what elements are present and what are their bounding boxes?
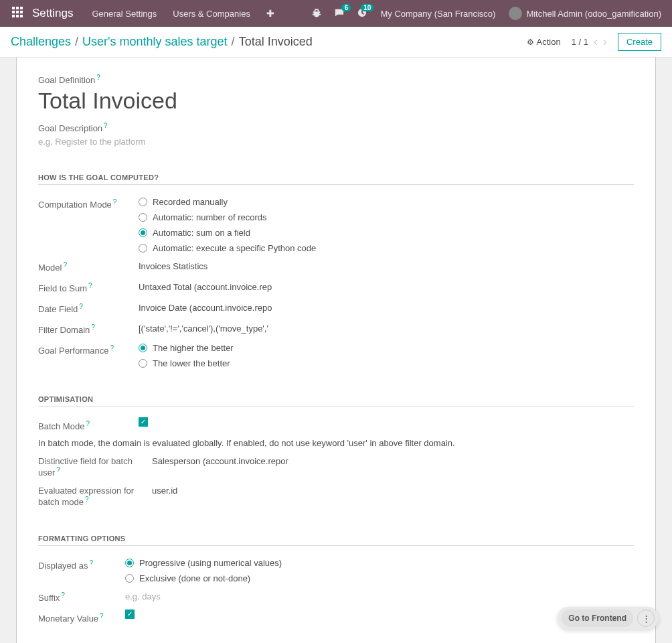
help-icon[interactable]: ? xyxy=(79,303,83,310)
avatar xyxy=(509,7,522,20)
breadcrumb-sales-target[interactable]: User's monthly sales target xyxy=(82,35,228,49)
breadcrumb-sep: / xyxy=(75,35,78,49)
radio-auto-python[interactable]: Automatic: execute a specific Python cod… xyxy=(139,243,634,253)
nav-general-settings[interactable]: General Settings xyxy=(84,9,165,19)
radio-exclusive[interactable]: Exclusive (done or not-done) xyxy=(125,573,634,583)
action-dropdown[interactable]: Action xyxy=(527,37,561,47)
goal-performance-label: Goal Performance xyxy=(38,346,109,356)
form-sheet: Goal Definition? Total Invoiced Goal Des… xyxy=(16,58,656,643)
help-icon[interactable]: ? xyxy=(100,612,104,620)
messages-badge: 6 xyxy=(341,4,351,11)
user-menu[interactable]: Mitchell Admin (odoo_gamification) xyxy=(503,7,667,20)
pager-next-icon[interactable]: › xyxy=(603,35,607,49)
navbar-brand[interactable]: Settings xyxy=(32,7,73,20)
action-label: Action xyxy=(537,37,561,47)
navbar: Settings General Settings Users & Compan… xyxy=(0,0,672,27)
company-switcher[interactable]: My Company (San Francisco) xyxy=(372,9,503,19)
goal-definition-label: Goal Definition xyxy=(38,75,95,85)
computation-mode-label: Computation Mode xyxy=(38,200,112,210)
radio-higher-better[interactable]: The higher the better xyxy=(139,343,634,353)
section-optimisation: OPTIMISATION xyxy=(38,395,634,403)
distinctive-field-label: Distinctive field for batch user xyxy=(38,456,133,478)
radio-auto-sum[interactable]: Automatic: sum on a field xyxy=(139,228,634,238)
control-panel: Challenges / User's monthly sales target… xyxy=(0,27,672,58)
pager-prev-icon[interactable]: ‹ xyxy=(594,35,598,49)
divider xyxy=(38,406,634,407)
filter-domain-label: Filter Domain xyxy=(38,325,90,335)
title-input[interactable]: Total Invoiced xyxy=(38,88,634,114)
help-icon[interactable]: ? xyxy=(63,261,67,269)
help-icon[interactable]: ? xyxy=(56,466,60,474)
nav-systray: 6 10 xyxy=(307,8,372,19)
activities-icon[interactable]: 10 xyxy=(352,8,372,19)
goal-performance-group: The higher the better The lower the bett… xyxy=(139,342,634,368)
divider xyxy=(38,184,634,185)
floating-frontend: Go to Frontend ⋮ xyxy=(558,607,659,630)
gear-icon xyxy=(527,37,534,47)
go-to-frontend-button[interactable]: Go to Frontend xyxy=(562,610,633,627)
model-label: Model xyxy=(38,263,62,273)
breadcrumb-current: Total Invoiced xyxy=(239,35,313,49)
date-field-field[interactable]: Invoice Date (account.invoice.repo xyxy=(139,300,272,315)
apps-icon[interactable] xyxy=(12,7,25,20)
monetary-checkbox[interactable]: ✓ xyxy=(125,610,135,619)
displayed-as-label: Displayed as xyxy=(38,561,88,571)
divider xyxy=(38,545,634,546)
help-icon[interactable]: ? xyxy=(91,324,95,331)
evaluated-expr-field[interactable]: user.id xyxy=(152,483,286,498)
section-compute: HOW IS THE GOAL COMPUTED? xyxy=(38,173,634,182)
radio-lower-better[interactable]: The lower the better xyxy=(139,358,634,368)
displayed-as-group: Progressive (using numerical values) Exc… xyxy=(125,557,634,583)
filter-domain-field[interactable]: [('state','!=','cancel'),('move_type',' xyxy=(139,321,272,336)
help-icon[interactable]: ? xyxy=(104,122,108,129)
date-field-label: Date Field xyxy=(38,304,78,314)
help-icon[interactable]: ? xyxy=(61,591,65,599)
more-icon[interactable]: ⋮ xyxy=(637,610,655,627)
batch-mode-checkbox[interactable]: ✓ xyxy=(139,417,148,427)
help-icon[interactable]: ? xyxy=(85,496,89,503)
distinctive-field[interactable]: Salesperson (account.invoice.repor xyxy=(152,453,299,469)
nav-users-companies[interactable]: Users & Companies xyxy=(165,9,258,19)
radio-manual[interactable]: Recorded manually xyxy=(139,197,634,207)
goal-description-label: Goal Description xyxy=(38,124,102,134)
field-to-sum-field[interactable]: Untaxed Total (account.invoice.rep xyxy=(139,279,272,295)
field-to-sum-label: Field to Sum xyxy=(38,283,87,293)
breadcrumb-challenges[interactable]: Challenges xyxy=(11,35,71,49)
help-icon[interactable]: ? xyxy=(89,559,93,567)
monetary-label: Monetary Value xyxy=(38,614,98,624)
section-formatting: FORMATTING OPTIONS xyxy=(38,534,634,543)
create-button[interactable]: Create xyxy=(618,33,661,51)
computation-mode-group: Recorded manually Automatic: number of r… xyxy=(139,196,634,253)
user-label: Mitchell Admin (odoo_gamification) xyxy=(526,9,661,19)
breadcrumb: Challenges / User's monthly sales target… xyxy=(11,35,313,49)
batch-mode-label: Batch Mode xyxy=(38,421,84,431)
help-icon[interactable]: ? xyxy=(88,282,92,289)
help-icon[interactable]: ? xyxy=(96,74,100,81)
suffix-field[interactable]: e.g. days xyxy=(125,589,259,604)
help-icon[interactable]: ? xyxy=(110,344,114,352)
goal-description-input[interactable]: e.g. Register to the platform xyxy=(38,137,634,147)
pager-value[interactable]: 1 / 1 xyxy=(572,37,588,47)
suffix-label: Suffix xyxy=(38,593,60,603)
help-icon[interactable]: ? xyxy=(86,420,90,427)
activities-badge: 10 xyxy=(361,4,373,11)
model-field[interactable]: Invoices Statistics xyxy=(139,259,272,274)
nav-new-icon[interactable]: ✚ xyxy=(258,8,282,19)
messages-icon[interactable]: 6 xyxy=(329,8,349,19)
radio-progressive[interactable]: Progressive (using numerical values) xyxy=(125,558,634,568)
breadcrumb-sep: / xyxy=(232,35,235,49)
debug-icon[interactable] xyxy=(307,8,327,19)
pager: 1 / 1 ‹ › xyxy=(572,35,607,49)
help-icon[interactable]: ? xyxy=(113,198,117,206)
radio-auto-count[interactable]: Automatic: number of records xyxy=(139,212,634,222)
batch-note: In batch mode, the domain is evaluated g… xyxy=(38,438,634,448)
